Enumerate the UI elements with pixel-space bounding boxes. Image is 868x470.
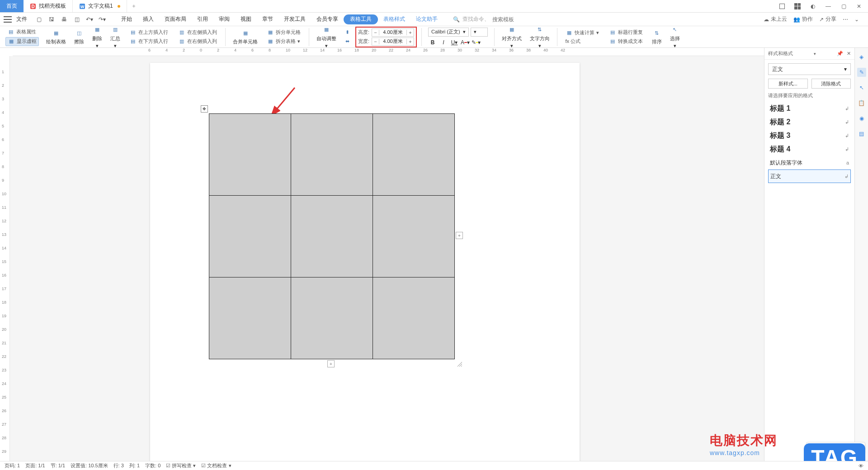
side-tool-gem-icon[interactable]: ◈: [857, 52, 866, 61]
tab-templates[interactable]: D 找稻壳模板: [24, 0, 73, 12]
layout-icon[interactable]: [777, 2, 788, 11]
align-button[interactable]: ▦对齐方式▾: [499, 24, 524, 50]
insert-row-below-button[interactable]: ▤在下方插入行: [127, 38, 170, 46]
show-gridlines-button[interactable]: ▦显示虚框: [5, 37, 39, 46]
ribbon-tab[interactable]: 表格样式: [378, 13, 410, 26]
ribbon-tab[interactable]: 页面布局: [159, 13, 192, 26]
font-color-button[interactable]: A▾: [461, 38, 470, 47]
insert-col-left-button[interactable]: ▥在左侧插入列: [176, 28, 219, 37]
add-row-button[interactable]: +: [327, 360, 335, 367]
select-button[interactable]: ↖选择▾: [667, 24, 683, 50]
table-cell[interactable]: [209, 277, 291, 359]
add-column-button[interactable]: +: [456, 232, 463, 239]
width-stepper[interactable]: − 4.00厘米 +: [372, 38, 414, 46]
side-tool-page-icon[interactable]: ▤: [857, 129, 866, 138]
status-page[interactable]: 页面: 1/1: [25, 462, 45, 469]
split-cells-button[interactable]: ▦拆分单元格: [265, 28, 302, 37]
style-list-item[interactable]: 标题 2↲: [768, 115, 851, 129]
apps-icon[interactable]: [792, 2, 803, 11]
tab-document[interactable]: W 文字文稿1: [73, 0, 127, 12]
table-cell[interactable]: [373, 196, 455, 277]
table-cell[interactable]: [209, 196, 291, 277]
height-stepper[interactable]: − 4.00厘米 +: [372, 28, 414, 37]
save-icon[interactable]: 🖫: [47, 15, 56, 24]
font-family-select[interactable]: Calibri (正文)▾: [428, 28, 469, 37]
side-tool-select-icon[interactable]: ↖: [857, 83, 866, 92]
style-list-item[interactable]: 标题 3↲: [768, 129, 851, 142]
table-cell[interactable]: [291, 277, 373, 359]
status-section[interactable]: 节: 1/1: [51, 462, 65, 469]
text-direction-button[interactable]: ⇅文字方向▾: [527, 24, 552, 50]
style-list-item[interactable]: 标题 1↲: [768, 102, 851, 115]
status-spellcheck[interactable]: ☑ 拼写检查 ▾: [166, 462, 196, 469]
more-menu-icon[interactable]: ⋯: [843, 16, 848, 23]
status-line[interactable]: 行: 3: [113, 462, 124, 469]
horizontal-ruler[interactable]: 6420246810121416182022242628303234363840…: [13, 48, 868, 56]
side-tool-styles-icon[interactable]: ✎: [857, 68, 866, 77]
print-preview-icon[interactable]: ◫: [72, 15, 81, 24]
table-resize-handle[interactable]: [457, 361, 463, 367]
split-table-button[interactable]: ▦拆分表格▾: [265, 38, 302, 46]
ribbon-tab[interactable]: 插入: [137, 13, 159, 26]
ribbon-tab[interactable]: 开发工具: [278, 13, 311, 26]
page[interactable]: ✥ + +: [150, 63, 580, 461]
chevron-down-icon[interactable]: ▾: [814, 52, 816, 56]
table-cell[interactable]: [373, 114, 455, 196]
side-tool-shape-icon[interactable]: ◉: [857, 114, 866, 123]
height-plus-button[interactable]: +: [406, 30, 414, 35]
hamburger-icon[interactable]: [4, 16, 12, 23]
table-cell[interactable]: [291, 196, 373, 277]
font-size-select[interactable]: ▾: [471, 28, 488, 37]
highlight-button[interactable]: ✎▾: [472, 38, 481, 47]
maximize-button[interactable]: ▢: [838, 2, 849, 11]
side-tool-clipboard-icon[interactable]: 📋: [857, 99, 866, 108]
underline-button[interactable]: U▾: [450, 38, 459, 47]
search-input[interactable]: [492, 16, 556, 23]
ribbon-tab[interactable]: 论文助手: [410, 13, 443, 26]
merge-cells-button[interactable]: ▦合并单元格: [230, 28, 260, 46]
status-page-code[interactable]: 页码: 1: [5, 462, 20, 469]
chevron-down-icon[interactable]: ⌄: [854, 16, 859, 23]
collaborate-button[interactable]: 👥 协作: [793, 15, 813, 23]
width-minus-button[interactable]: −: [372, 39, 379, 44]
table-properties-button[interactable]: ▤表格属性: [5, 28, 39, 36]
sort-button[interactable]: ⇅排序: [649, 28, 665, 46]
ribbon-tab[interactable]: 章节: [257, 13, 278, 26]
new-file-icon[interactable]: ▢: [34, 15, 43, 24]
delete-button[interactable]: ▦删除▾: [90, 24, 105, 50]
summary-button[interactable]: ▥汇总▾: [108, 24, 123, 50]
style-list-item[interactable]: 正文↲: [768, 169, 851, 183]
italic-button[interactable]: I: [439, 38, 448, 47]
tab-home[interactable]: 首页: [0, 0, 24, 12]
close-button[interactable]: ✕: [854, 2, 864, 11]
table-cell[interactable]: [209, 114, 291, 196]
ribbon-tab[interactable]: 引用: [192, 13, 213, 26]
formula-button[interactable]: fx 公式: [564, 38, 601, 45]
erase-button[interactable]: ◫擦除: [71, 28, 87, 46]
ribbon-tab[interactable]: 审阅: [213, 13, 235, 26]
style-list-item[interactable]: 默认段落字体a: [768, 156, 851, 169]
clear-format-button[interactable]: 清除格式: [811, 79, 851, 89]
status-content-check[interactable]: ☑ 文档检查 ▾: [201, 462, 231, 469]
table-cell[interactable]: [291, 114, 373, 196]
new-style-button[interactable]: 新样式...: [768, 79, 808, 89]
status-col[interactable]: 列: 1: [129, 462, 140, 469]
print-icon[interactable]: 🖶: [60, 15, 69, 24]
insert-col-right-button[interactable]: ▥在右侧插入列: [176, 38, 219, 46]
pin-icon[interactable]: 📌: [837, 51, 843, 56]
bold-button[interactable]: B: [428, 38, 437, 47]
quick-calc-button[interactable]: ▦快速计算▾: [564, 28, 601, 37]
autofit-button[interactable]: ▦自动调整▾: [314, 24, 339, 50]
minimize-button[interactable]: —: [823, 2, 834, 11]
close-panel-icon[interactable]: ✕: [847, 51, 851, 56]
redo-icon[interactable]: ↷▾: [98, 15, 107, 24]
current-style-select[interactable]: 正文 ▾: [768, 63, 851, 75]
document-table[interactable]: [209, 113, 455, 359]
draw-table-button[interactable]: ▦绘制表格: [43, 28, 69, 46]
add-tab-button[interactable]: ＋: [127, 0, 141, 12]
undo-icon[interactable]: ↶▾: [85, 15, 94, 24]
view-mode-icon[interactable]: 👁: [859, 463, 863, 469]
ribbon-tab[interactable]: 表格工具: [344, 14, 378, 24]
status-words[interactable]: 字数: 0: [145, 462, 160, 469]
table-cell[interactable]: [373, 277, 455, 359]
